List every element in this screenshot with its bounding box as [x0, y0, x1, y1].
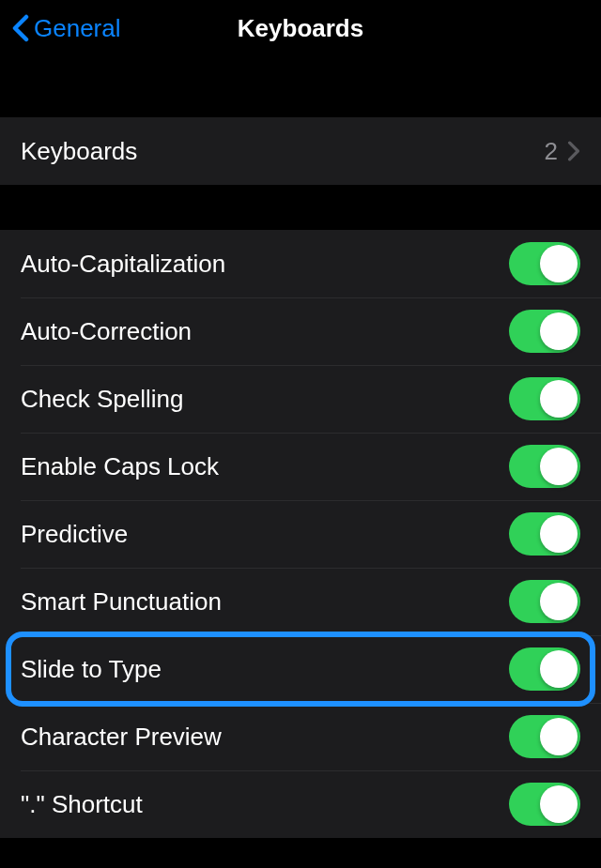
nav-header: General Keyboards: [0, 0, 601, 56]
setting-row: Slide to Type: [0, 635, 601, 703]
setting-toggle[interactable]: [509, 580, 580, 623]
section-spacer: [0, 56, 601, 117]
setting-label: Slide to Type: [21, 655, 162, 684]
setting-label: Auto-Correction: [21, 317, 192, 346]
setting-label: Enable Caps Lock: [21, 452, 219, 481]
keyboards-section: Keyboards 2: [0, 117, 601, 185]
chevron-left-icon: [11, 14, 30, 42]
setting-toggle[interactable]: [509, 310, 580, 353]
keyboards-label: Keyboards: [21, 137, 137, 166]
setting-toggle[interactable]: [509, 715, 580, 758]
setting-toggle[interactable]: [509, 647, 580, 691]
setting-label: Check Spelling: [21, 385, 183, 414]
setting-row: Enable Caps Lock: [0, 433, 601, 500]
setting-toggle[interactable]: [509, 445, 580, 488]
setting-label: "." Shortcut: [21, 790, 143, 819]
setting-row: Check Spelling: [0, 365, 601, 433]
page-title: Keyboards: [238, 14, 363, 43]
section-spacer: [0, 185, 601, 230]
setting-row: "." Shortcut: [0, 770, 601, 838]
setting-row: Smart Punctuation: [0, 568, 601, 635]
setting-row: Auto-Correction: [0, 297, 601, 365]
keyboards-count: 2: [545, 137, 558, 166]
back-button[interactable]: General: [11, 14, 121, 43]
back-label: General: [34, 14, 121, 43]
setting-label: Smart Punctuation: [21, 587, 222, 617]
setting-label: Auto-Capitalization: [21, 250, 225, 279]
chevron-right-icon: [567, 141, 580, 161]
setting-row: Auto-Capitalization: [0, 230, 601, 297]
setting-toggle[interactable]: [509, 783, 580, 826]
setting-toggle[interactable]: [509, 512, 580, 556]
setting-row: Predictive: [0, 500, 601, 568]
keyboards-value: 2: [545, 137, 580, 166]
setting-label: Character Preview: [21, 723, 222, 752]
typing-settings-section: Auto-CapitalizationAuto-CorrectionCheck …: [0, 230, 601, 838]
setting-toggle[interactable]: [509, 242, 580, 285]
setting-row: Character Preview: [0, 703, 601, 770]
setting-label: Predictive: [21, 520, 128, 549]
keyboards-row[interactable]: Keyboards 2: [0, 117, 601, 185]
setting-toggle[interactable]: [509, 377, 580, 420]
